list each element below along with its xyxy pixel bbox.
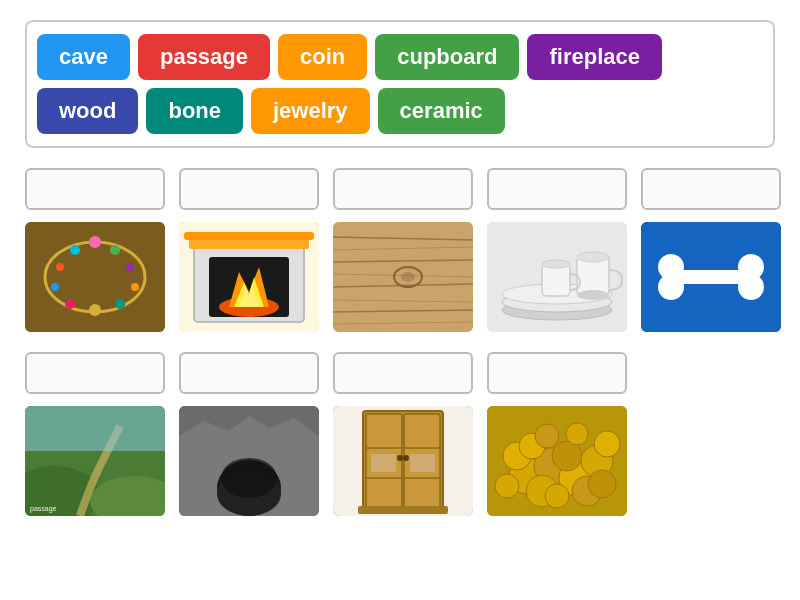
svg-point-31 <box>401 272 415 282</box>
svg-point-5 <box>56 263 64 271</box>
svg-point-85 <box>535 424 559 448</box>
svg-point-6 <box>126 263 134 271</box>
image-ceramic <box>487 222 627 332</box>
drop-box-1[interactable] <box>25 168 165 210</box>
drop-box-6[interactable] <box>25 352 165 394</box>
word-bank: cave passage coin cupboard fireplace woo… <box>25 20 775 148</box>
svg-point-57 <box>221 458 277 498</box>
svg-point-7 <box>51 283 59 291</box>
svg-point-76 <box>552 441 582 471</box>
drop-box-2[interactable] <box>179 168 319 210</box>
image-coins <box>487 406 627 516</box>
svg-rect-70 <box>358 506 448 514</box>
image-passage: passage <box>25 406 165 516</box>
main-container: cave passage coin cupboard fireplace woo… <box>0 0 800 556</box>
svg-point-38 <box>577 290 609 300</box>
image-cave <box>179 406 319 516</box>
svg-point-84 <box>594 431 620 457</box>
image-jewelry <box>25 222 165 332</box>
image-bone <box>641 222 781 332</box>
word-passage[interactable]: passage <box>138 34 270 80</box>
svg-rect-47 <box>671 270 751 284</box>
drop-box-7[interactable] <box>179 352 319 394</box>
svg-rect-68 <box>371 454 396 472</box>
svg-point-2 <box>89 236 101 248</box>
image-row-1 <box>25 222 775 346</box>
svg-rect-36 <box>577 257 609 295</box>
image-row-2: passage <box>25 406 775 530</box>
svg-point-66 <box>397 455 403 461</box>
drop-box-4[interactable] <box>487 168 627 210</box>
svg-point-4 <box>110 245 120 255</box>
drop-box-8[interactable] <box>333 352 473 394</box>
svg-point-8 <box>131 283 139 291</box>
svg-point-82 <box>588 470 616 498</box>
svg-point-9 <box>65 299 75 309</box>
svg-rect-20 <box>184 232 314 240</box>
word-ceramic[interactable]: ceramic <box>378 88 505 134</box>
drop-row-1 <box>25 168 775 216</box>
word-wood[interactable]: wood <box>37 88 138 134</box>
drop-box-9[interactable] <box>487 352 627 394</box>
svg-point-3 <box>70 245 80 255</box>
word-coin[interactable]: coin <box>278 34 367 80</box>
svg-point-67 <box>403 455 409 461</box>
svg-rect-69 <box>410 454 435 472</box>
word-cave[interactable]: cave <box>37 34 130 80</box>
word-cupboard[interactable]: cupboard <box>375 34 519 80</box>
word-fireplace[interactable]: fireplace <box>527 34 662 80</box>
svg-text:passage: passage <box>30 505 57 513</box>
image-fireplace <box>179 222 319 332</box>
svg-rect-39 <box>542 264 570 296</box>
svg-point-80 <box>545 484 569 508</box>
svg-point-10 <box>115 299 125 309</box>
svg-point-86 <box>566 423 588 445</box>
word-jewelry[interactable]: jewelry <box>251 88 370 134</box>
drop-row-2 <box>25 352 775 400</box>
word-bone[interactable]: bone <box>146 88 243 134</box>
svg-rect-51 <box>25 406 165 451</box>
drop-box-3[interactable] <box>333 168 473 210</box>
svg-point-37 <box>577 252 609 262</box>
image-wood <box>333 222 473 332</box>
svg-point-83 <box>495 474 519 498</box>
drop-box-5[interactable] <box>641 168 781 210</box>
svg-point-40 <box>542 260 570 268</box>
image-cupboard <box>333 406 473 516</box>
svg-point-11 <box>89 304 101 316</box>
